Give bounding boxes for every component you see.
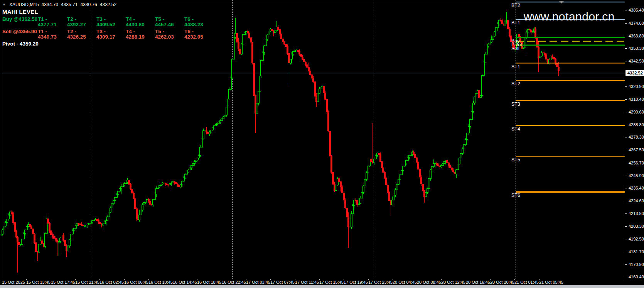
window-top-border (0, 1, 644, 1)
symbol-dropdown-icon[interactable]: ▼ (2, 3, 6, 7)
symbol-row: ▼ XAUUSD,M15 4334.70 4335.71 4330.76 433… (2, 2, 214, 7)
bull-candle-body (335, 185, 337, 191)
bull-candle-body (71, 234, 72, 240)
bull-candle-body (539, 56, 541, 58)
bull-candle-body (154, 194, 156, 200)
price-axis[interactable]: 4332.52 4385.404374.604363.804353.304342… (625, 0, 644, 279)
bear-candle-body (331, 156, 332, 173)
bull-candle-body (95, 219, 96, 219)
bull-candle-body (111, 204, 113, 208)
price-tickmark (625, 86, 627, 87)
bull-candle-body (486, 46, 488, 54)
bear-candle-body (325, 93, 326, 99)
bull-candle-body (406, 160, 407, 163)
bull-candle-body (261, 60, 262, 76)
bull-candle-body (425, 193, 427, 197)
bear-candle-body (175, 182, 177, 184)
bull-candle-body (395, 190, 396, 195)
level-label-bt2: BT2 (511, 3, 520, 8)
bear-candle-body (179, 185, 180, 187)
bear-candle-body (99, 222, 101, 224)
bear-candle-body (546, 55, 547, 59)
price-tickmark (625, 213, 627, 214)
bull-candle-body (198, 156, 200, 158)
bull-candle-body (294, 51, 296, 52)
bull-candle-body (456, 170, 457, 174)
bull-candle-body (409, 156, 410, 158)
bull-candle-body (361, 193, 363, 198)
bear-candle-body (101, 224, 103, 225)
bear-candle-body (278, 27, 279, 29)
bull-candle-body (396, 185, 398, 190)
bear-candle-body (135, 198, 136, 209)
bear-candle-body (247, 32, 249, 33)
bull-candle-body (203, 130, 204, 139)
bull-candle-body (276, 27, 278, 30)
bull-candle-body (317, 93, 319, 102)
bull-candle-body (22, 239, 23, 245)
buy-entry-label: Buy @4362.50 (2, 17, 38, 27)
bear-candle-body (168, 185, 169, 185)
bull-candle-body (351, 214, 352, 227)
current-price-badge: 4332.52 (625, 70, 644, 76)
price-tickmark (625, 48, 627, 49)
bull-candle-body (3, 226, 5, 230)
bear-candle-body (207, 132, 209, 134)
bear-candle-body (421, 177, 422, 184)
bull-candle-body (459, 158, 460, 164)
bull-candle-body (375, 156, 377, 159)
bear-candle-body (150, 202, 151, 204)
bull-candle-body (183, 178, 185, 181)
bull-candle-body (488, 44, 489, 46)
bull-candle-body (410, 154, 412, 156)
bull-candle-body (8, 215, 10, 219)
bear-candle-body (16, 231, 17, 237)
bear-candle-body (348, 217, 349, 227)
sell-target-3: T3 - 4309.17 (96, 29, 126, 39)
bull-candle-body (119, 188, 121, 191)
bull-candle-body (403, 166, 404, 171)
bear-candle-body (37, 251, 39, 252)
ohlc-high: 4335.71 (61, 2, 78, 7)
bear-candle-body (345, 200, 346, 208)
bull-candle-body (209, 132, 211, 134)
sell-target-4: T4 - 4288.19 (126, 29, 155, 39)
buy-target-1: T1 - 4377.71 (38, 17, 67, 27)
bear-candle-body (271, 29, 273, 31)
price-tick-label: 4385.40 (629, 8, 644, 12)
time-axis[interactable]: 15 Oct 202515 Oct 13:4515 Oct 17:4515 Oc… (0, 279, 644, 285)
bull-candle-body (435, 163, 436, 164)
bear-candle-body (133, 193, 135, 198)
bull-candle-body (256, 103, 258, 113)
bear-candle-body (279, 29, 281, 34)
bear-candle-body (164, 183, 165, 183)
bear-candle-body (326, 99, 328, 112)
time-tick-label: 15 Oct 17:45 (51, 280, 75, 285)
bear-candle-body (249, 33, 250, 38)
bull-candle-body (86, 225, 87, 226)
bear-candle-body (507, 20, 509, 29)
price-tickmark (625, 23, 627, 24)
bull-candle-body (171, 183, 172, 183)
bull-candle-body (499, 20, 500, 24)
bear-candle-body (313, 78, 314, 82)
bull-candle-body (427, 188, 428, 193)
time-tick-label: 17 Oct 23:45 (368, 280, 393, 285)
bear-candle-body (285, 44, 287, 47)
bull-candle-body (197, 158, 199, 160)
bull-candle-body (93, 219, 95, 220)
bear-candle-body (253, 63, 255, 96)
bull-candle-body (468, 126, 470, 133)
bear-candle-body (438, 164, 439, 166)
bull-candle-body (228, 99, 229, 107)
bull-candle-body (366, 173, 368, 179)
bull-candle-body (74, 228, 75, 230)
bear-candle-body (544, 53, 546, 55)
bear-candle-body (137, 219, 139, 220)
bear-candle-body (422, 184, 424, 190)
bull-candle-body (246, 32, 247, 33)
price-tickmark (625, 264, 627, 265)
ohlc-close: 4332.52 (100, 2, 116, 7)
bear-candle-body (128, 180, 130, 185)
time-tick-label: 20 Oct 20:45 (490, 280, 514, 285)
